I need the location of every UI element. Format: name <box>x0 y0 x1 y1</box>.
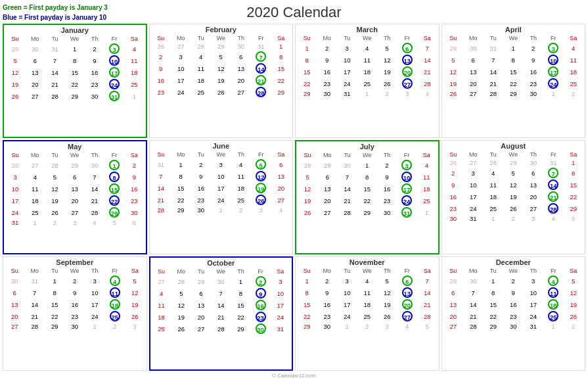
month-block-january: JanuarySuMoTuWeThFrSa2930311234567891011… <box>3 24 147 138</box>
day-header-th: Th <box>377 151 397 159</box>
cal-day: 26 <box>377 78 397 89</box>
cal-day: 2 <box>357 322 378 331</box>
cal-day: 8 <box>564 167 584 179</box>
cal-day: 31 <box>463 214 484 223</box>
cal-day: 17 <box>5 195 25 206</box>
cal-day: 14 <box>211 299 231 311</box>
cal-day: 14 <box>543 179 564 191</box>
cal-day: 26 <box>5 159 25 171</box>
cal-day: 9 <box>503 287 524 298</box>
cal-day: 18 <box>543 298 564 310</box>
day-header-su: Su <box>152 268 171 275</box>
cal-day: 25 <box>191 86 212 98</box>
cal-day: 10 <box>397 171 417 183</box>
month-block-september: SeptemberSuMoTuWeThFrSa30311234567891011… <box>3 256 147 371</box>
cal-day: 2 <box>191 158 212 170</box>
cal-day: 29 <box>564 202 584 214</box>
cal-day: 26 <box>503 202 524 214</box>
cal-day: 12 <box>211 62 231 74</box>
cal-day: 24 <box>5 206 25 218</box>
day-header-we: We <box>211 268 231 275</box>
cal-day: 19 <box>171 311 191 323</box>
month-title: June <box>151 142 292 150</box>
cal-day: 25 <box>231 194 252 206</box>
cal-day: 16 <box>524 66 544 78</box>
day-header-fr: Fr <box>104 151 124 159</box>
cal-table: SuMoTuWeThFrSa29303112345678910111213141… <box>5 35 145 102</box>
day-header-tu: Tu <box>337 151 357 159</box>
cal-day: 29 <box>5 43 25 55</box>
day-header-fr: Fr <box>104 35 124 43</box>
cal-day: 20 <box>397 298 418 310</box>
month-block-august: AugustSuMoTuWeThFrSa26272829303112345678… <box>441 140 586 254</box>
cal-day: 18 <box>105 298 125 310</box>
cal-day: 22 <box>65 78 85 90</box>
cal-day: 9 <box>317 54 338 66</box>
cal-day: 18 <box>417 183 436 195</box>
cal-day: 27 <box>463 89 484 98</box>
cal-day: 3 <box>125 322 145 331</box>
month-title: February <box>151 26 292 34</box>
cal-day: 13 <box>463 66 484 78</box>
day-header-sa: Sa <box>564 151 584 158</box>
cal-day: 29 <box>65 159 85 171</box>
cal-day: 8 <box>297 287 317 298</box>
cal-day: 11 <box>357 54 378 66</box>
cal-day: 12 <box>503 179 524 191</box>
cal-day: 6 <box>191 287 211 299</box>
cal-day: 29 <box>271 86 292 98</box>
cal-day: 18 <box>191 74 212 86</box>
copyright: © Calendar12.com <box>0 373 588 378</box>
cal-day: 28 <box>45 159 64 171</box>
day-header-sa: Sa <box>417 267 438 275</box>
cal-day: 20 <box>463 78 484 89</box>
cal-day: 26 <box>211 86 231 98</box>
day-header-fr: Fr <box>543 34 564 42</box>
day-header-mo: Mo <box>317 267 338 275</box>
cal-day: 13 <box>231 62 252 74</box>
cal-day: 3 <box>337 275 357 287</box>
day-header-we: We <box>503 34 524 42</box>
cal-day: 30 <box>463 275 484 287</box>
cal-day: 26 <box>564 310 584 322</box>
cal-day: 19 <box>503 191 524 202</box>
cal-day: 23 <box>377 195 397 206</box>
cal-day: 14 <box>417 54 438 66</box>
cal-day: 7 <box>45 55 64 66</box>
cal-day: 28 <box>417 78 438 89</box>
cal-day: 19 <box>251 182 271 194</box>
cal-day: 10 <box>271 287 290 299</box>
cal-day: 1 <box>503 42 524 54</box>
cal-day: 20 <box>231 74 252 86</box>
cal-day: 18 <box>152 311 171 323</box>
cal-day: 16 <box>191 182 212 194</box>
day-header-tu: Tu <box>484 34 504 42</box>
cal-day: 2 <box>151 51 171 62</box>
cal-day: 11 <box>25 183 45 195</box>
cal-day: 7 <box>337 171 357 183</box>
day-header-su: Su <box>5 267 25 275</box>
cal-day: 21 <box>543 191 564 202</box>
cal-day: 4 <box>564 42 584 54</box>
cal-day: 26 <box>125 310 145 322</box>
day-header-th: Th <box>231 34 252 42</box>
cal-day: 28 <box>45 90 64 102</box>
cal-day: 27 <box>25 90 45 102</box>
month-title: April <box>443 26 584 34</box>
cal-day: 17 <box>104 66 124 78</box>
cal-day: 25 <box>484 202 504 214</box>
cal-day: 25 <box>105 310 125 322</box>
cal-day: 17 <box>211 182 231 194</box>
cal-day: 31 <box>251 42 271 51</box>
cal-day: 7 <box>417 42 438 54</box>
cal-table: SuMoTuWeThFrSa31123456789101112131415161… <box>151 151 292 214</box>
cal-day: 30 <box>503 322 524 331</box>
cal-day: 4 <box>417 159 436 171</box>
cal-day: 29 <box>484 322 504 331</box>
cal-day: 31 <box>543 158 564 167</box>
day-header-th: Th <box>231 151 252 158</box>
day-header-th: Th <box>231 268 250 275</box>
calendars-grid: JanuarySuMoTuWeThFrSa2930311234567891011… <box>0 24 588 372</box>
cal-day: 27 <box>463 158 484 167</box>
cal-day: 28 <box>151 206 171 214</box>
